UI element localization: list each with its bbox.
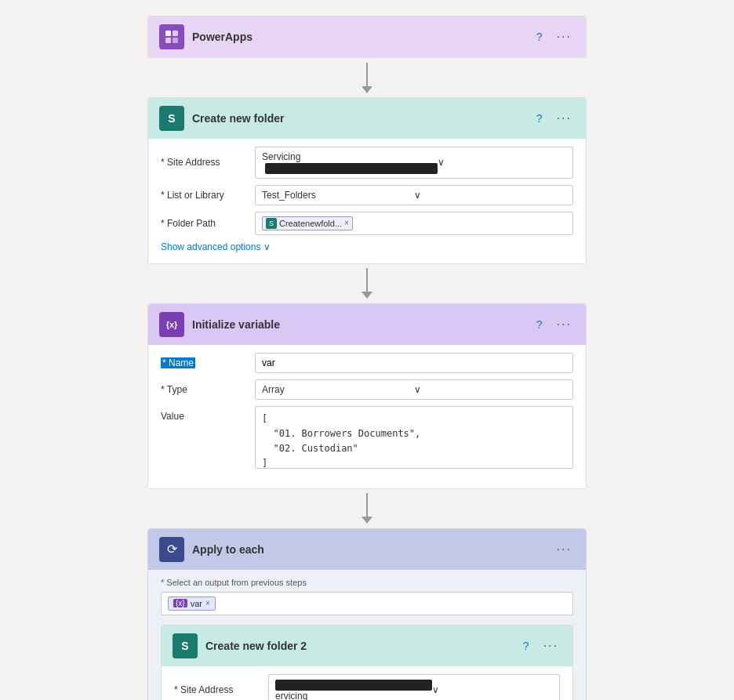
list-library-arrow: ∨ (414, 190, 566, 201)
inner-site-address-text: ervicing (275, 679, 432, 700)
var-value-row: Value [ "01. Borrowers Documents", "02. … (161, 406, 573, 471)
var-name-control (255, 353, 573, 373)
site-address-control: Servicing ∨ (255, 147, 573, 179)
powerapps-header: PowerApps ? ··· (148, 16, 586, 57)
folder-token-label-1: Createnewfold... (279, 219, 342, 228)
create-folder-header: S Create new folder ? ··· (148, 98, 586, 139)
apply-var-token-field[interactable]: {x} var × (161, 592, 573, 615)
powerapps-actions: ? ··· (533, 28, 575, 45)
powerapps-help-button[interactable]: ? (533, 29, 546, 45)
inner-site-address-label: * Site Address (174, 684, 260, 695)
list-library-control: Test_Folders ∨ (255, 185, 573, 205)
var-name-label: * Name (161, 357, 247, 368)
apply-each-title: Apply to each (192, 543, 546, 556)
folder-path-control: S Createnewfold... × (255, 212, 573, 235)
site-address-dropdown[interactable]: Servicing ∨ (255, 147, 573, 179)
var-name-row: * Name (161, 353, 573, 373)
apply-select-label: * Select an output from previous steps (161, 578, 573, 587)
inner-create-folder-card: S Create new folder 2 ? ··· * Site Addre… (161, 625, 573, 700)
init-var-help-button[interactable]: ? (533, 317, 546, 332)
svg-rect-2 (165, 38, 171, 43)
connector-line-3 (366, 493, 368, 517)
powerapps-icon (159, 24, 184, 49)
var-type-row: * Type Array ∨ (161, 379, 573, 400)
inner-create-folder-icon: S (173, 633, 198, 658)
var-token-close[interactable]: × (205, 599, 210, 608)
folder-path-label: * Folder Path (161, 218, 247, 229)
var-token-label: var (191, 599, 202, 608)
connector-arrow-2 (362, 292, 372, 299)
site-address-redacted (265, 163, 438, 174)
powerapps-more-button[interactable]: ··· (554, 28, 575, 45)
create-folder-card: S Create new folder ? ··· * Site Address… (147, 97, 587, 264)
var-token-icon: {x} (173, 599, 187, 608)
folder-path-row: * Folder Path S Createnewfold... × (161, 212, 573, 235)
var-value-label: Value (161, 406, 247, 422)
inner-create-folder-more-button[interactable]: ··· (540, 637, 561, 655)
show-advanced-button[interactable]: Show advanced options ∨ (161, 241, 271, 252)
apply-each-more-button[interactable]: ··· (554, 541, 575, 558)
site-address-text: Servicing (262, 151, 438, 174)
var-type-label: * Type (161, 384, 247, 395)
apply-each-header: ⟳ Apply to each ··· (148, 529, 586, 570)
powerapps-card: PowerApps ? ··· (147, 16, 587, 58)
canvas: PowerApps ? ··· S Create new folder ? ··… (0, 0, 734, 700)
inner-create-folder-title: Create new folder 2 (205, 640, 512, 652)
apply-each-body: * Select an output from previous steps {… (148, 570, 586, 700)
create-folder-actions: ? ··· (533, 110, 575, 127)
connector-1 (362, 58, 372, 97)
inner-site-address-arrow: ∨ (432, 684, 553, 695)
var-token: {x} var × (168, 597, 216, 611)
var-name-input[interactable] (255, 353, 573, 373)
list-library-label: * List or Library (161, 190, 247, 201)
init-var-title: Initialize variable (192, 318, 525, 331)
init-var-header: {x} Initialize variable ? ··· (148, 304, 586, 345)
site-address-label: * Site Address (161, 157, 247, 168)
create-folder-icon: S (159, 106, 184, 131)
folder-path-token-field[interactable]: S Createnewfold... × (255, 212, 573, 235)
show-advanced-label: Show advanced options (161, 241, 260, 252)
connector-arrow-1 (362, 86, 372, 93)
connector-line-1 (366, 63, 368, 86)
create-folder-title: Create new folder (192, 112, 525, 125)
inner-site-redacted (275, 680, 432, 691)
init-var-actions: ? ··· (533, 316, 575, 333)
apply-each-icon: ⟳ (159, 537, 184, 562)
folder-token-1: S Createnewfold... × (262, 216, 353, 230)
init-var-card: {x} Initialize variable ? ··· * Name * T… (147, 303, 587, 489)
create-folder-body: * Site Address Servicing ∨ * List or Lib… (148, 139, 586, 263)
list-library-value: Test_Folders (262, 190, 414, 201)
powerapps-title: PowerApps (192, 31, 525, 43)
var-name-label-text: * Name (161, 357, 195, 368)
connector-arrow-3 (362, 517, 372, 524)
inner-site-address-row: * Site Address ervicing ∨ (174, 674, 560, 700)
inner-site-address-control: ervicing ∨ (268, 674, 560, 700)
show-advanced-chevron: ∨ (263, 241, 271, 252)
var-value-textarea[interactable]: [ "01. Borrowers Documents", "02. Custod… (255, 406, 573, 469)
var-type-arrow: ∨ (414, 384, 566, 395)
create-folder-more-button[interactable]: ··· (554, 110, 575, 127)
connector-line-2 (366, 268, 368, 292)
init-var-icon: {x} (159, 312, 184, 337)
list-library-row: * List or Library Test_Folders ∨ (161, 185, 573, 205)
svg-rect-0 (165, 31, 171, 36)
connector-3 (362, 489, 372, 528)
list-library-dropdown[interactable]: Test_Folders ∨ (255, 185, 573, 205)
inner-create-folder-actions: ? ··· (520, 637, 561, 655)
create-folder-help-button[interactable]: ? (533, 111, 546, 126)
var-type-dropdown[interactable]: Array ∨ (255, 379, 573, 400)
apply-each-actions: ··· (554, 541, 575, 558)
svg-rect-3 (173, 38, 178, 43)
folder-token-close-1[interactable]: × (344, 219, 349, 227)
var-value-control: [ "01. Borrowers Documents", "02. Custod… (255, 406, 573, 471)
svg-rect-1 (173, 31, 178, 36)
folder-token-icon-1: S (266, 218, 277, 229)
inner-create-folder-help-button[interactable]: ? (520, 638, 532, 654)
var-type-control: Array ∨ (255, 379, 573, 400)
inner-site-address-dropdown[interactable]: ervicing ∨ (268, 674, 560, 700)
site-address-arrow: ∨ (438, 157, 566, 168)
var-type-value: Array (262, 384, 414, 395)
inner-create-folder-header: S Create new folder 2 ? ··· (162, 626, 572, 666)
init-var-more-button[interactable]: ··· (554, 316, 575, 333)
apply-each-card: ⟳ Apply to each ··· * Select an output f… (147, 528, 587, 700)
